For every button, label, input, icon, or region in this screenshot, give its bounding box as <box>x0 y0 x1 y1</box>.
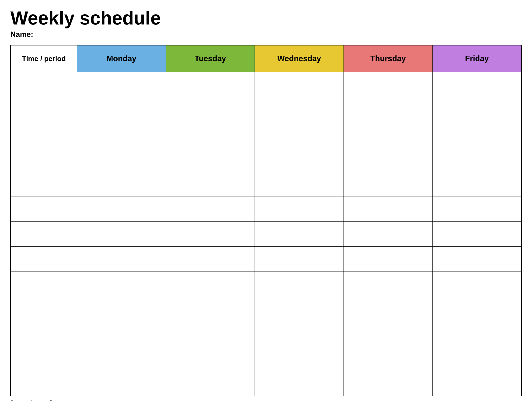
time-cell[interactable] <box>11 172 77 197</box>
monday-cell[interactable] <box>77 97 166 122</box>
table-row <box>11 122 521 147</box>
friday-cell[interactable] <box>432 72 521 97</box>
monday-cell[interactable] <box>77 271 166 296</box>
monday-cell[interactable] <box>77 321 166 346</box>
friday-cell[interactable] <box>432 247 521 271</box>
monday-cell[interactable] <box>77 122 166 147</box>
thursday-cell[interactable] <box>344 122 433 147</box>
header-row: Time / period Monday Tuesday Wednesday T… <box>11 45 521 72</box>
thursday-cell[interactable] <box>344 72 433 97</box>
thursday-cell[interactable] <box>344 222 433 247</box>
schedule-table: Time / period Monday Tuesday Wednesday T… <box>10 45 522 396</box>
wednesday-cell[interactable] <box>255 346 344 371</box>
thursday-cell[interactable] <box>344 197 433 222</box>
tuesday-cell[interactable] <box>166 172 255 197</box>
tuesday-cell[interactable] <box>166 346 255 371</box>
thursday-cell[interactable] <box>344 271 433 296</box>
monday-cell[interactable] <box>77 197 166 222</box>
friday-cell[interactable] <box>432 346 521 371</box>
wednesday-cell[interactable] <box>255 122 344 147</box>
table-row <box>11 172 521 197</box>
friday-cell[interactable] <box>432 321 521 346</box>
time-cell[interactable] <box>11 321 77 346</box>
wednesday-cell[interactable] <box>255 296 344 321</box>
time-cell[interactable] <box>11 122 77 147</box>
table-row <box>11 346 521 371</box>
wednesday-cell[interactable] <box>255 222 344 247</box>
table-row <box>11 371 521 396</box>
friday-cell[interactable] <box>432 147 521 172</box>
table-row <box>11 247 521 271</box>
tuesday-cell[interactable] <box>166 321 255 346</box>
table-row <box>11 271 521 296</box>
time-cell[interactable] <box>11 247 77 271</box>
time-cell[interactable] <box>11 72 77 97</box>
header-wednesday: Wednesday <box>255 45 344 72</box>
table-row <box>11 97 521 122</box>
thursday-cell[interactable] <box>344 97 433 122</box>
thursday-cell[interactable] <box>344 296 433 321</box>
monday-cell[interactable] <box>77 296 166 321</box>
thursday-cell[interactable] <box>344 371 433 396</box>
tuesday-cell[interactable] <box>166 271 255 296</box>
time-cell[interactable] <box>11 147 77 172</box>
thursday-cell[interactable] <box>344 247 433 271</box>
wednesday-cell[interactable] <box>255 271 344 296</box>
friday-cell[interactable] <box>432 122 521 147</box>
table-row <box>11 147 521 172</box>
time-cell[interactable] <box>11 97 77 122</box>
friday-cell[interactable] <box>432 172 521 197</box>
time-cell[interactable] <box>11 296 77 321</box>
footer-text: © www.calendarpedia.com <box>10 399 522 401</box>
monday-cell[interactable] <box>77 172 166 197</box>
time-cell[interactable] <box>11 346 77 371</box>
time-cell[interactable] <box>11 271 77 296</box>
monday-cell[interactable] <box>77 147 166 172</box>
friday-cell[interactable] <box>432 296 521 321</box>
wednesday-cell[interactable] <box>255 197 344 222</box>
header-thursday: Thursday <box>344 45 433 72</box>
tuesday-cell[interactable] <box>166 296 255 321</box>
header-monday: Monday <box>77 45 166 72</box>
tuesday-cell[interactable] <box>166 97 255 122</box>
table-row <box>11 72 521 97</box>
friday-cell[interactable] <box>432 197 521 222</box>
header-tuesday: Tuesday <box>166 45 255 72</box>
time-cell[interactable] <box>11 197 77 222</box>
tuesday-cell[interactable] <box>166 147 255 172</box>
thursday-cell[interactable] <box>344 346 433 371</box>
thursday-cell[interactable] <box>344 321 433 346</box>
thursday-cell[interactable] <box>344 147 433 172</box>
table-row <box>11 197 521 222</box>
wednesday-cell[interactable] <box>255 321 344 346</box>
time-cell[interactable] <box>11 222 77 247</box>
friday-cell[interactable] <box>432 222 521 247</box>
table-row <box>11 296 521 321</box>
page-title: Weekly schedule <box>10 8 522 28</box>
monday-cell[interactable] <box>77 371 166 396</box>
tuesday-cell[interactable] <box>166 72 255 97</box>
friday-cell[interactable] <box>432 371 521 396</box>
monday-cell[interactable] <box>77 72 166 97</box>
header-time-period: Time / period <box>11 45 77 72</box>
wednesday-cell[interactable] <box>255 97 344 122</box>
tuesday-cell[interactable] <box>166 197 255 222</box>
monday-cell[interactable] <box>77 346 166 371</box>
wednesday-cell[interactable] <box>255 172 344 197</box>
wednesday-cell[interactable] <box>255 247 344 271</box>
wednesday-cell[interactable] <box>255 72 344 97</box>
tuesday-cell[interactable] <box>166 122 255 147</box>
friday-cell[interactable] <box>432 271 521 296</box>
monday-cell[interactable] <box>77 247 166 271</box>
tuesday-cell[interactable] <box>166 371 255 396</box>
friday-cell[interactable] <box>432 97 521 122</box>
thursday-cell[interactable] <box>344 172 433 197</box>
header-friday: Friday <box>432 45 521 72</box>
tuesday-cell[interactable] <box>166 222 255 247</box>
table-row <box>11 222 521 247</box>
monday-cell[interactable] <box>77 222 166 247</box>
time-cell[interactable] <box>11 371 77 396</box>
tuesday-cell[interactable] <box>166 247 255 271</box>
wednesday-cell[interactable] <box>255 147 344 172</box>
wednesday-cell[interactable] <box>255 371 344 396</box>
